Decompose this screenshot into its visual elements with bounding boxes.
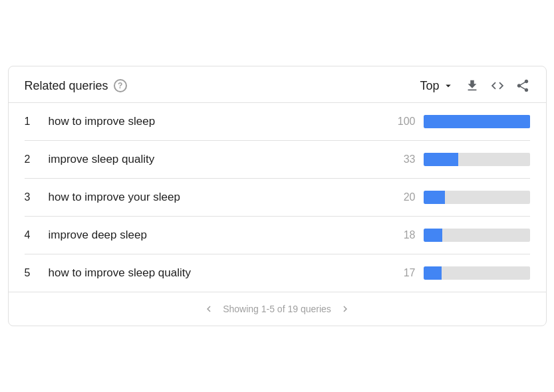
filter-selector[interactable]: Top [420,79,454,93]
row-value: 33 [382,153,416,165]
table-row[interactable]: 2 improve sleep quality 33 [25,141,530,179]
table-row[interactable]: 5 how to improve sleep quality 17 [25,254,530,292]
related-queries-card: Related queries ? Top 1 [8,66,547,326]
card-footer: Showing 1-5 of 19 queries [9,292,546,326]
pagination-text: Showing 1-5 of 19 queries [223,304,331,314]
row-rank: 4 [25,229,49,241]
filter-label: Top [420,79,439,93]
row-value: 100 [382,116,416,128]
download-icon[interactable] [465,78,480,93]
row-label: how to improve sleep quality [49,266,382,280]
bar-container [424,115,530,128]
bar-fill [424,229,443,242]
bar-container [424,266,530,280]
row-label: improve deep sleep [49,229,382,242]
bar-fill [424,191,445,204]
bar-fill [424,266,442,280]
row-value: 17 [382,267,416,279]
bar-fill [424,115,530,128]
row-label: how to improve sleep [49,115,382,128]
card-header: Related queries ? Top [9,66,546,103]
row-rank: 3 [25,191,49,203]
next-page-button[interactable] [339,303,351,315]
row-value: 18 [382,229,416,241]
share-icon[interactable] [515,78,530,93]
row-label: improve sleep quality [49,153,382,166]
row-rank: 2 [25,153,49,165]
row-value: 20 [382,191,416,203]
header-left: Related queries ? [25,79,127,93]
prev-page-button[interactable] [203,303,215,315]
row-label: how to improve your sleep [49,191,382,204]
table-row[interactable]: 4 improve deep sleep 18 [25,217,530,254]
embed-icon[interactable] [490,78,505,93]
chevron-down-icon [442,80,454,92]
card-title: Related queries [25,79,108,93]
table-row[interactable]: 1 how to improve sleep 100 [25,103,530,141]
bar-container [424,153,530,166]
row-rank: 5 [25,267,49,279]
bar-container [424,191,530,204]
bar-fill [424,153,459,166]
header-right: Top [420,78,529,93]
help-icon[interactable]: ? [114,79,127,92]
table-body: 1 how to improve sleep 100 2 improve sle… [9,103,546,292]
table-row[interactable]: 3 how to improve your sleep 20 [25,179,530,217]
bar-container [424,229,530,242]
row-rank: 1 [25,116,49,128]
